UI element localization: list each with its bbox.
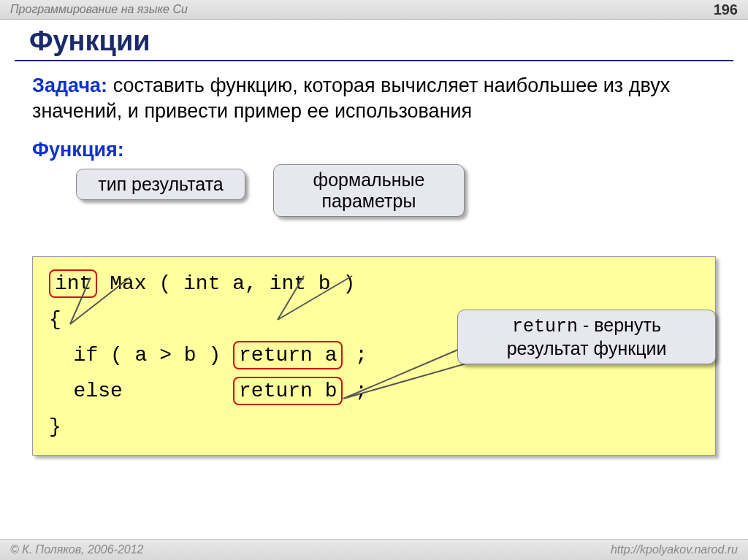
footer-url: http://kpolyakov.narod.ru [611,543,738,556]
course-title: Программирование на языке Си [10,3,188,16]
callout-formal-params: формальные параметры [273,164,465,217]
task-text: Задача: составить функцию, которая вычис… [32,73,716,124]
callouts-row: тип результата формальные параметры [32,169,716,256]
code-line-4: else return b ; [49,373,699,409]
content: Задача: составить функцию, которая вычис… [0,73,748,456]
footer-copyright: © К. Поляков, 2006-2012 [10,543,143,556]
callout-result-type: тип результата [76,169,245,200]
code-semi-1: ; [343,344,367,367]
page-number: 196 [714,1,738,18]
footer-bar: © К. Поляков, 2006-2012 http://kpolyakov… [0,539,748,560]
return-keyword: return [512,316,578,337]
highlight-return-a: return a [233,341,343,369]
code-line-5: } [49,409,699,445]
highlight-return-b: return b [233,377,343,405]
callout-return-note: return - вернуть результат функции [457,310,716,364]
page-title: Функции [0,20,748,60]
function-label: Функция: [32,139,716,161]
code-if: if ( a > b ) [49,344,233,367]
task-body: составить функцию, которая вычисляет наи… [32,74,670,122]
code-semi-2: ; [343,380,367,402]
title-underline [15,60,733,61]
code-sig-rest: Max ( int a, int b ) [97,272,355,295]
code-line-1: int Max ( int a, int b ) [49,266,699,302]
code-else: else [49,380,233,402]
task-label: Задача: [32,74,107,96]
top-bar: Программирование на языке Си 196 [0,0,748,20]
highlight-int: int [49,269,97,298]
